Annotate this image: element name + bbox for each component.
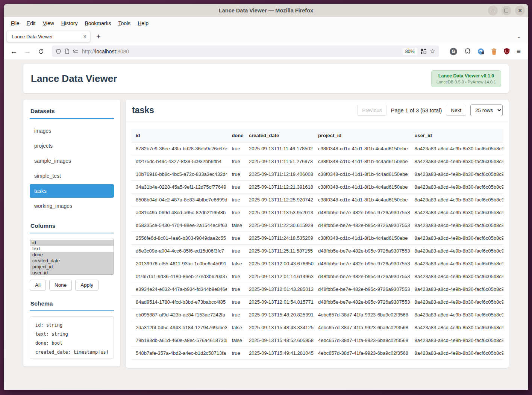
table-row[interactable]: 79b193db-a61d-460e-a8ec-576a4618730b fal… xyxy=(131,334,503,347)
extensions-puzzle-icon[interactable] xyxy=(464,48,471,55)
minimize-button[interactable]: – xyxy=(488,6,498,15)
forward-button[interactable]: → xyxy=(22,46,33,57)
table-row[interactable]: 2556fe6d-8c01-4ea6-b303-f9049dae2c55 tru… xyxy=(131,232,503,245)
dataset-item[interactable]: tasks xyxy=(30,184,114,198)
table-row[interactable]: 548b7afe-357a-4bd2-a4ec-b1d2c58713fa tru… xyxy=(131,347,503,360)
url-port: :8080 xyxy=(116,48,129,54)
column-option[interactable]: user_id xyxy=(30,270,114,275)
tracking-shield-icon[interactable] xyxy=(56,48,61,54)
rows-per-page-select[interactable]: 25 rows xyxy=(470,104,503,116)
dataset-item[interactable]: simple_test xyxy=(30,169,114,183)
table-body: 8782b7e9-36ee-43fa-bd28-36eb9c26c67e tru… xyxy=(131,142,503,360)
url-bar[interactable]: http://localhost:8080 80% ☆ xyxy=(52,45,439,57)
cell-user-id: 8a423a83-a8cd-4e9b-8b30-facf6c05b8c9 xyxy=(410,347,503,360)
table-row[interactable]: df2f75dc-b49c-4327-8f39-5c932bb6ffb4 tru… xyxy=(131,155,503,168)
menu-item[interactable]: Tools xyxy=(118,20,130,26)
column-header[interactable]: created_date xyxy=(244,129,314,142)
trash-extension-icon[interactable] xyxy=(491,48,497,55)
table-row[interactable]: 8508b04d-04c2-487a-8e83-4bfbc7e6699d tru… xyxy=(131,194,503,206)
extension-icons: G ≡ xyxy=(444,47,524,56)
new-tab-button[interactable]: + xyxy=(96,33,101,40)
cell-created-date: 2025-09-13T15:48:43.334125 xyxy=(244,321,314,334)
column-header[interactable]: id xyxy=(131,129,227,142)
page-info-icon[interactable] xyxy=(65,48,70,54)
column-option[interactable]: id xyxy=(30,240,114,246)
columns-buttons: All None Apply xyxy=(30,280,114,291)
tab-close-icon[interactable]: × xyxy=(83,34,86,39)
previous-page-button[interactable]: Previous xyxy=(357,105,387,116)
menu-item[interactable]: Edit xyxy=(27,20,36,26)
menu-item[interactable]: Bookmarks xyxy=(85,20,111,26)
cell-project-id: d48fbb5e-be7e-482e-b95c-9726a9307553 xyxy=(314,296,410,309)
table-row[interactable]: e3934e24-e032-447a-b934-fd344b9e846e tru… xyxy=(131,283,503,296)
table-row[interactable]: d6e3c09e-a004-4cc6-85f6-ed15d06f3fc7 tru… xyxy=(131,245,503,257)
dataset-item[interactable]: sample_images xyxy=(30,154,114,168)
table-row[interactable]: 2da312bf-045c-4943-b184-12794769abe3 fal… xyxy=(131,321,503,334)
column-option[interactable]: project_id xyxy=(30,264,114,270)
url-text[interactable]: http://localhost:8080 xyxy=(82,48,399,54)
cell-id: 84ad9514-1780-4fcd-b3bd-e73babcc4f85 xyxy=(131,296,227,309)
cell-project-id: c38f0348-cd1c-41d1-8f1b-4c4ad6150ebe xyxy=(314,181,410,194)
menu-item[interactable]: Help xyxy=(138,20,149,26)
bookmark-star-icon[interactable]: ☆ xyxy=(430,47,435,55)
menu-item[interactable]: History xyxy=(61,20,78,26)
zoom-level-indicator[interactable]: 80% xyxy=(403,48,417,55)
cell-project-id: d48fbb5e-be7e-482e-b95c-9726a9307553 xyxy=(314,283,410,296)
column-option[interactable]: done xyxy=(30,252,114,258)
close-button[interactable]: ✕ xyxy=(515,6,525,15)
dataset-item[interactable]: projects xyxy=(30,139,114,153)
table-row[interactable]: d58335ce-5430-4704-98ee-2a1544ec9f63 fal… xyxy=(131,219,503,232)
menu-item[interactable]: File xyxy=(11,20,20,26)
browser-tab[interactable]: Lance Data Viewer × xyxy=(7,31,90,42)
hamburger-menu-icon[interactable]: ≡ xyxy=(517,47,521,56)
ublock-origin-icon[interactable] xyxy=(503,48,510,55)
table-row[interactable]: 84ad9514-1780-4fcd-b3bd-e73babcc4f85 tru… xyxy=(131,296,503,309)
table-row[interactable]: 0f7651a1-9d36-4180-86eb-27ed3b620d37 tru… xyxy=(131,270,503,283)
table-row[interactable]: 10b76916-bb8c-4bc5-a72c-833a3ec432d4 tru… xyxy=(131,168,503,181)
list-tabs-chevron-icon[interactable]: ⌄ xyxy=(517,33,521,40)
page-viewport[interactable]: Lance Data Viewer Lance Data Viewer v0.1… xyxy=(4,60,528,390)
columns-multiselect[interactable]: id text done created_date project_id use… xyxy=(30,239,114,275)
column-option[interactable]: created_date xyxy=(30,258,114,264)
select-none-button[interactable]: None xyxy=(49,280,72,291)
main-panel: tasks Previous Page 1 of 3 (53 total) Ne… xyxy=(126,100,509,368)
dataset-item[interactable]: images xyxy=(30,124,114,138)
connection-settings-icon[interactable] xyxy=(73,49,79,54)
table-row[interactable]: 8782b7e9-36ee-43fa-bd28-36eb9c26c67e tru… xyxy=(131,142,503,155)
page-title: Lance Data Viewer xyxy=(31,73,117,85)
next-page-button[interactable]: Next xyxy=(446,105,466,116)
table-row[interactable]: 20139976-cf55-4611-93ac-1c0be6c45091 fal… xyxy=(131,257,503,270)
table-row[interactable]: 34a31b4e-0228-45a5-9ef1-12d75cf77649 tru… xyxy=(131,181,503,194)
table-row[interactable]: a081c49a-069d-48cd-a65c-82db2f165f8b tru… xyxy=(131,206,503,219)
privacy-gauge-icon[interactable] xyxy=(477,48,485,55)
cell-project-id: d48fbb5e-be7e-482e-b95c-9726a9307553 xyxy=(314,245,410,257)
cell-project-id: d48fbb5e-be7e-482e-b95c-9726a9307553 xyxy=(314,257,410,270)
column-option[interactable]: text xyxy=(30,246,114,252)
column-header[interactable]: done xyxy=(227,129,244,142)
column-header[interactable]: project_id xyxy=(314,129,410,142)
version-badge: Lance Data Viewer v0.1.0 LanceDB 0.5.0 •… xyxy=(431,70,501,87)
select-all-button[interactable]: All xyxy=(30,280,46,291)
schema-line: created_date: timestamp[us] xyxy=(35,348,108,357)
back-button[interactable]: ← xyxy=(8,46,20,57)
reload-button[interactable] xyxy=(35,46,47,57)
apply-columns-button[interactable]: Apply xyxy=(75,280,99,291)
cell-id: d58335ce-5430-4704-98ee-2a1544ec9f63 xyxy=(131,219,227,232)
schema-box[interactable]: id: string text: string done: bool creat… xyxy=(30,316,114,359)
datasets-heading: Datasets xyxy=(30,108,114,119)
dataset-item[interactable]: working_images xyxy=(30,199,114,213)
cell-id: a081c49a-069d-48cd-a65c-82db2f165f8b xyxy=(131,206,227,219)
cell-done: true xyxy=(227,283,244,296)
column-header[interactable]: user_id xyxy=(410,129,503,142)
dataset-title: tasks xyxy=(132,105,154,115)
menu-item[interactable]: View xyxy=(43,20,54,26)
table-row[interactable]: eb095887-af9d-423b-ae84-f153ae7242fa tru… xyxy=(131,309,503,321)
maximize-button[interactable] xyxy=(502,6,511,15)
cell-id: 2da312bf-045c-4943-b184-12794769abe3 xyxy=(131,321,227,334)
containers-grid-icon[interactable] xyxy=(421,48,426,54)
cell-id: 8782b7e9-36ee-43fa-bd28-36eb9c26c67e xyxy=(131,142,227,155)
grammarly-extension-icon[interactable]: G xyxy=(450,48,457,55)
cell-done: true xyxy=(227,245,244,257)
cell-created-date: 2025-09-13T12:00:43.676650 xyxy=(244,257,314,270)
cell-done: true xyxy=(227,296,244,309)
